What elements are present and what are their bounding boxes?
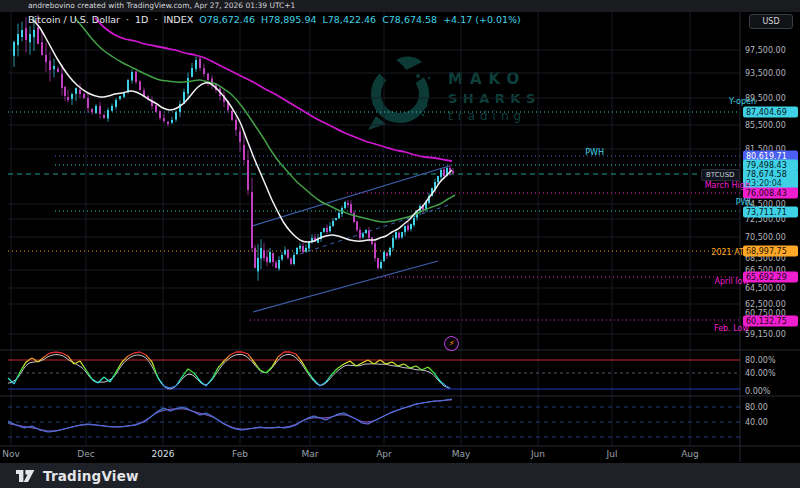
chart-canvas[interactable] <box>0 0 800 488</box>
attribution-bar: andrebovino created with TradingView.com… <box>0 0 800 12</box>
tradingview-brand-text[interactable]: TradingView <box>43 468 139 484</box>
chart-grid <box>8 12 740 446</box>
currency-unit-button[interactable]: USD <box>749 14 793 29</box>
ohlc-close: C78,674.58 <box>382 14 437 25</box>
ma-mid-green-line <box>75 18 455 222</box>
separator-dot: · <box>126 14 129 25</box>
ma-slow-magenta-line <box>95 18 452 161</box>
rsi-pane <box>8 399 740 437</box>
ma-fast-white-line <box>33 20 452 242</box>
ohlc-high: H78,895.94 <box>261 14 317 25</box>
attribution-text: andrebovino created with TradingView.com… <box>28 1 295 10</box>
tradingview-logo-icon[interactable] <box>16 469 35 483</box>
separator-dot: · <box>154 14 157 25</box>
symbol-title[interactable]: Bitcoin / U.S. Dollar <box>28 14 120 25</box>
tradingview-chart-window: andrebovino created with TradingView.com… <box>0 0 800 488</box>
ohlc-open: O78,672.46 <box>199 14 255 25</box>
exchange-label: INDEX <box>163 14 193 25</box>
stochastic-pane <box>8 352 740 389</box>
footer-bar: TradingView <box>0 462 800 488</box>
ascending-channel-drawing[interactable] <box>252 166 449 312</box>
ohlc-change: +4.17 (+0.01%) <box>443 14 521 25</box>
symbol-info-bar: Bitcoin / U.S. Dollar · 1D · INDEX O78,6… <box>28 14 521 25</box>
interval-label[interactable]: 1D <box>135 14 148 25</box>
ohlc-low: L78,422.46 <box>322 14 376 25</box>
